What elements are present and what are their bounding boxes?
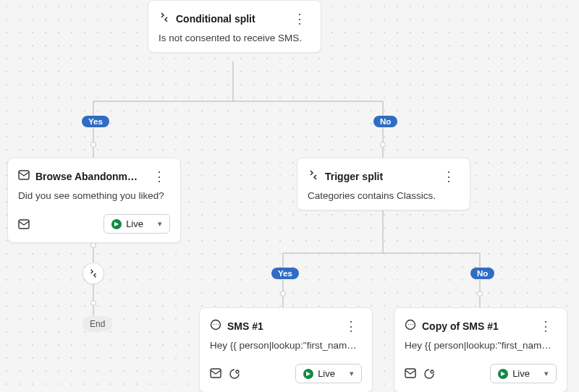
branch-yes-pill: Yes [271, 268, 299, 279]
status-label: Live [318, 368, 335, 379]
node-sms-copy[interactable]: ⋯ Copy of SMS #1 ⋮ Hey {{ person|lookup:… [394, 307, 567, 392]
more-button[interactable]: ⋮ [535, 318, 557, 334]
smart-send-icon [423, 368, 435, 380]
more-button[interactable]: ⋮ [438, 169, 460, 184]
node-description: Did you see something you liked? [18, 190, 170, 201]
split-icon [308, 169, 319, 184]
node-description: Hey {{ person|lookup:"first_name"|defaul… [405, 340, 557, 351]
status-dropdown[interactable]: ▶ Live ▾ [295, 364, 362, 383]
svg-text:⋯: ⋯ [213, 321, 219, 328]
branch-no-pill: No [373, 116, 397, 127]
chevron-down-icon: ▾ [350, 369, 354, 378]
node-trigger-split[interactable]: Trigger split ⋮ Categories contains Clas… [297, 158, 470, 210]
node-sms-1[interactable]: ⋯ SMS #1 ⋮ Hey {{ person|lookup:"first_n… [199, 307, 373, 392]
more-button[interactable]: ⋮ [289, 11, 310, 27]
sms-icon: ⋯ [405, 319, 416, 333]
svg-rect-21 [405, 369, 415, 378]
svg-text:⋯: ⋯ [407, 321, 414, 328]
connector-dot [90, 300, 96, 306]
node-conditional-split[interactable]: Conditional split ⋮ Is not consented to … [148, 0, 321, 53]
email-icon [405, 368, 416, 380]
node-title: SMS #1 [227, 320, 334, 332]
svg-rect-14 [19, 171, 29, 179]
end-pill: End [83, 316, 112, 332]
node-title: Trigger split [325, 171, 432, 182]
branch-no-pill: No [470, 268, 494, 279]
status-dropdown[interactable]: ▶ Live ▾ [490, 364, 557, 383]
node-title: Conditional split [176, 13, 283, 25]
node-title: Browse Abandonment: Email... [35, 171, 143, 182]
play-icon: ▶ [111, 219, 122, 229]
sms-icon: ⋯ [210, 319, 221, 333]
more-button[interactable]: ⋮ [340, 318, 362, 334]
status-dropdown[interactable]: ▶ Live ▾ [103, 214, 170, 234]
status-label: Live [512, 368, 530, 379]
split-icon [159, 12, 170, 26]
status-label: Live [126, 218, 143, 229]
connector-dot [477, 291, 483, 297]
more-button[interactable]: ⋮ [148, 169, 170, 184]
node-description: Is not consented to receive SMS. [159, 33, 310, 43]
smart-send-icon [229, 368, 240, 380]
play-icon: ▶ [303, 369, 313, 379]
chevron-down-icon: ▾ [158, 219, 162, 229]
connector-dot [90, 242, 96, 248]
play-icon: ▶ [498, 369, 508, 379]
chevron-down-icon: ▾ [544, 369, 549, 378]
node-description: Hey {{ person|lookup:"first_name"|defaul… [210, 340, 362, 351]
svg-rect-18 [211, 369, 221, 378]
email-icon [210, 368, 221, 380]
connector-dot [280, 291, 286, 297]
node-browse-abandonment[interactable]: Browse Abandonment: Email... ⋮ Did you s… [7, 158, 181, 243]
connector-dot [90, 142, 96, 148]
mini-split-node[interactable] [83, 263, 104, 284]
branch-yes-pill: Yes [82, 116, 109, 127]
email-icon [18, 219, 30, 229]
connector-dot [380, 142, 386, 148]
svg-rect-15 [19, 220, 29, 229]
email-icon [18, 170, 30, 183]
node-title: Copy of SMS #1 [422, 320, 529, 332]
node-description: Categories contains Classics. [308, 190, 460, 201]
